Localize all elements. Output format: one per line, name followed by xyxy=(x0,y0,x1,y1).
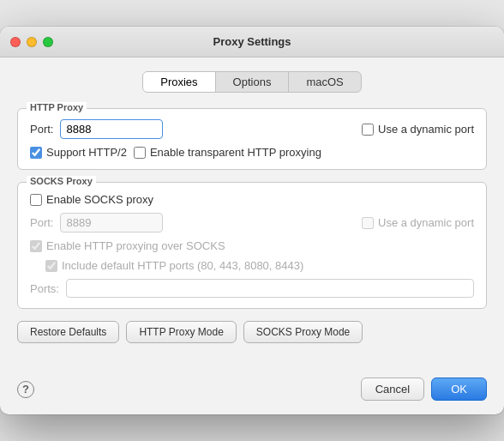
http-over-socks-checkbox xyxy=(30,240,42,252)
restore-defaults-button[interactable]: Restore Defaults xyxy=(17,321,119,343)
bottom-buttons: Restore Defaults HTTP Proxy Mode SOCKS P… xyxy=(17,321,487,343)
http-port-label: Port: xyxy=(30,123,53,136)
default-ports-checkbox xyxy=(45,260,57,272)
http-proxy-section: HTTP Proxy Port: Use a dynamic port Supp… xyxy=(17,108,487,170)
minimize-button[interactable] xyxy=(27,37,37,47)
http-proxy-label: HTTP Proxy xyxy=(27,102,87,112)
close-button[interactable] xyxy=(10,37,21,47)
default-ports-row: Include default HTTP ports (80, 443, 808… xyxy=(30,259,474,272)
tab-macos[interactable]: macOS xyxy=(289,72,360,92)
socks-dynamic-port-checkbox xyxy=(362,217,374,229)
http-options-row: Support HTTP/2 Enable transparent HTTP p… xyxy=(30,146,474,159)
titlebar: Proxy Settings xyxy=(0,27,504,57)
tab-bar: Proxies Options macOS xyxy=(17,71,487,93)
dynamic-port-label[interactable]: Use a dynamic port xyxy=(362,123,474,136)
http-port-input[interactable] xyxy=(60,119,163,139)
transparent-proxy-label[interactable]: Enable transparent HTTP proxying xyxy=(134,146,321,159)
enable-socks-checkbox[interactable] xyxy=(30,194,42,206)
default-http-ports-label: Include default HTTP ports (80, 443, 808… xyxy=(45,259,303,272)
tab-proxies[interactable]: Proxies xyxy=(143,72,215,92)
ports-label: Ports: xyxy=(30,282,59,295)
window-title: Proxy Settings xyxy=(213,35,291,48)
socks-proxy-section: SOCKS Proxy Enable SOCKS proxy Port: Use… xyxy=(17,182,487,309)
http-proxy-mode-button[interactable]: HTTP Proxy Mode xyxy=(126,321,236,343)
socks-port-row: Port: Use a dynamic port xyxy=(30,213,474,233)
socks-proxy-label: SOCKS Proxy xyxy=(27,176,96,186)
socks-enable-row: Enable SOCKS proxy xyxy=(30,193,474,206)
maximize-button[interactable] xyxy=(43,37,53,47)
traffic-lights xyxy=(10,37,53,47)
socks-proxy-mode-button[interactable]: SOCKS Proxy Mode xyxy=(243,321,363,343)
tab-group: Proxies Options macOS xyxy=(142,71,362,93)
tab-options[interactable]: Options xyxy=(216,72,290,92)
ports-input[interactable] xyxy=(66,279,474,298)
ok-button[interactable]: OK xyxy=(431,378,487,401)
socks-port-input xyxy=(60,213,163,233)
http-over-socks-row: Enable HTTP proxying over SOCKS xyxy=(30,239,474,252)
footer: ? Cancel OK xyxy=(0,371,504,414)
http-over-socks-label: Enable HTTP proxying over SOCKS xyxy=(30,239,225,252)
enable-socks-label[interactable]: Enable SOCKS proxy xyxy=(30,193,153,206)
main-content: Proxies Options macOS HTTP Proxy Port: U… xyxy=(0,57,504,371)
support-http2-checkbox[interactable] xyxy=(30,147,42,159)
proxy-settings-window: Proxy Settings Proxies Options macOS HTT… xyxy=(0,27,504,414)
footer-buttons: Cancel OK xyxy=(361,378,487,401)
help-button[interactable]: ? xyxy=(17,381,34,398)
socks-port-label: Port: xyxy=(30,216,53,229)
ports-row: Ports: xyxy=(30,279,474,298)
http-port-row: Port: Use a dynamic port xyxy=(30,119,474,139)
socks-dynamic-port-label: Use a dynamic port xyxy=(362,216,474,229)
support-http2-label[interactable]: Support HTTP/2 xyxy=(30,146,127,159)
transparent-proxy-checkbox[interactable] xyxy=(134,147,146,159)
cancel-button[interactable]: Cancel xyxy=(361,378,424,401)
dynamic-port-checkbox[interactable] xyxy=(362,124,374,136)
